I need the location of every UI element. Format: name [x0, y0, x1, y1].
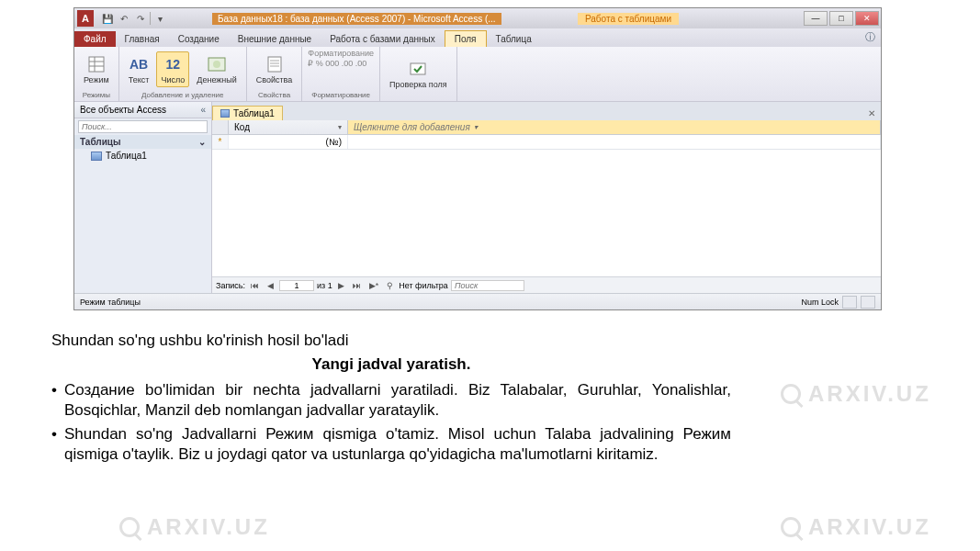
- numlock-indicator: Num Lock: [801, 298, 839, 307]
- table-icon: [91, 152, 102, 161]
- doc-bullet-2-text: Shundan so'ng Jadvallarni Режим qismiga …: [64, 424, 731, 465]
- help-icon[interactable]: ⓘ: [860, 28, 881, 47]
- tab-home[interactable]: Главная: [116, 31, 169, 47]
- tab-create[interactable]: Создание: [169, 31, 229, 47]
- properties-button[interactable]: Свойства: [253, 52, 297, 86]
- document-text: Shundan so'ng ushbu ko'rinish hosil bo'l…: [51, 331, 731, 469]
- doc-line-intro: Shundan so'ng ushbu ko'rinish hosil bo'l…: [51, 331, 731, 351]
- doc-tab-close-icon[interactable]: ✕: [862, 107, 881, 120]
- tab-database-tools[interactable]: Работа с базами данных: [321, 31, 445, 47]
- bullet-dot-icon: •: [51, 380, 64, 421]
- prev-record-button[interactable]: ◀: [265, 281, 276, 290]
- tab-fields[interactable]: Поля: [445, 30, 487, 47]
- number-field-label: Число: [161, 75, 185, 84]
- number-field-button[interactable]: 12 Число: [156, 51, 189, 87]
- ribbon-group-properties: Свойства Свойства: [247, 47, 303, 101]
- ribbon-group-formatting: Форматирование ₽ % 000 .00 .00 Форматиро…: [302, 47, 380, 101]
- table-icon: [220, 109, 230, 118]
- qat-dropdown-icon[interactable]: ▾: [152, 11, 167, 26]
- column-header-id[interactable]: Код ▾: [229, 120, 348, 134]
- save-icon[interactable]: 💾: [100, 11, 115, 26]
- nav-collapse-icon[interactable]: «: [200, 105, 206, 115]
- view-mode-label: Режим: [84, 75, 109, 84]
- nav-header[interactable]: Все объекты Access «: [74, 102, 211, 118]
- minimize-button[interactable]: —: [804, 11, 828, 26]
- text-field-label: Текст: [129, 75, 150, 84]
- number-format-buttons[interactable]: ₽ % 000 .00 .00: [308, 59, 374, 68]
- nav-search-input[interactable]: [78, 120, 208, 133]
- bullet-dot-icon: •: [51, 424, 64, 465]
- nav-item-table1[interactable]: Таблица1: [74, 149, 211, 163]
- doc-tab-label: Таблица1: [233, 108, 275, 118]
- record-search-input[interactable]: [451, 280, 524, 291]
- access-window: A 💾 ↶ ↷ ▾ База данных18 : база данных (A…: [73, 7, 882, 310]
- design-view-button[interactable]: [861, 296, 875, 309]
- cell-id-new[interactable]: (№): [229, 135, 348, 149]
- datasheet: Код ▾ Щелкните для добавления ▾ * (№): [212, 120, 881, 276]
- group-label-views: Режимы: [80, 91, 113, 99]
- tab-external-data[interactable]: Внешние данные: [229, 31, 321, 47]
- maximize-button[interactable]: □: [829, 11, 853, 26]
- nav-group-label: Таблицы: [80, 137, 121, 147]
- tab-table[interactable]: Таблица: [487, 31, 541, 47]
- select-all-cell[interactable]: [212, 120, 229, 134]
- datasheet-new-row[interactable]: * (№): [212, 135, 881, 150]
- next-record-button[interactable]: ▶: [335, 281, 347, 290]
- filter-status-label: Нет фильтра: [399, 281, 448, 290]
- watermark: ARXIV.UZ: [781, 514, 931, 540]
- datasheet-view-icon: [86, 54, 107, 74]
- nav-item-label: Таблица1: [106, 151, 147, 161]
- watermark: ARXIV.UZ: [119, 514, 270, 540]
- nav-group-tables[interactable]: Таблицы ⌄: [74, 135, 211, 149]
- watermark: ARXIV.UZ: [781, 381, 931, 407]
- ribbon-group-views: Режим Режимы: [74, 47, 119, 101]
- filter-icon[interactable]: ⚲: [384, 281, 396, 290]
- ribbon-body: Режим Режимы AB Текст 12 Число: [74, 47, 881, 102]
- quick-access-toolbar: 💾 ↶ ↷ ▾: [96, 11, 171, 26]
- svg-rect-10: [411, 63, 425, 74]
- main-area: Таблица1 ✕ Код ▾ Щелкните для добавления…: [212, 102, 881, 293]
- first-record-button[interactable]: ⏮: [248, 281, 262, 290]
- group-label-add-delete: Добавление и удаление: [125, 91, 241, 99]
- format-dropdown[interactable]: Форматирование: [308, 49, 374, 58]
- navigation-pane: Все объекты Access « Таблицы ⌄ Таблица1: [74, 102, 212, 293]
- field-validation-button[interactable]: Проверка поля: [386, 57, 451, 91]
- context-tab-title: Работа с таблицами: [578, 13, 679, 25]
- column-dropdown-icon[interactable]: ▾: [474, 123, 478, 131]
- tab-file[interactable]: Файл: [74, 31, 116, 47]
- close-button[interactable]: ✕: [855, 11, 879, 26]
- doc-bullet-2: • Shundan so'ng Jadvallarni Режим qismig…: [51, 424, 731, 465]
- view-mode-button[interactable]: Режим: [80, 52, 113, 86]
- status-view-label: Режим таблицы: [80, 298, 141, 307]
- undo-icon[interactable]: ↶: [117, 11, 131, 26]
- properties-label: Свойства: [256, 75, 293, 84]
- document-tabs: Таблица1 ✕: [212, 102, 881, 120]
- record-label: Запись:: [216, 281, 245, 290]
- currency-icon: [207, 54, 227, 74]
- text-field-button[interactable]: AB Текст: [125, 52, 153, 86]
- redo-icon[interactable]: ↷: [133, 11, 148, 26]
- chevron-down-icon: ⌄: [198, 137, 206, 147]
- nav-header-title: Все объекты Access: [80, 105, 166, 115]
- column-dropdown-icon[interactable]: ▾: [338, 123, 342, 131]
- new-record-button[interactable]: ▶*: [366, 281, 382, 290]
- currency-field-button[interactable]: Денежный: [193, 52, 240, 86]
- properties-icon: [265, 54, 285, 74]
- doc-bullet-1: • Создание bo'limidan bir nechta jadvall…: [51, 380, 731, 421]
- record-navigator: Запись: ⏮ ◀ из 1 ▶ ⏭ ▶* ⚲ Нет фильтра: [212, 276, 881, 293]
- window-title: База данных18 : база данных (Access 2007…: [212, 13, 501, 25]
- field-validation-label: Проверка поля: [389, 80, 447, 89]
- row-selector-new[interactable]: *: [212, 135, 229, 149]
- separator: [150, 12, 151, 25]
- doc-tab-table1[interactable]: Таблица1: [212, 106, 283, 120]
- ribbon-group-validation: Проверка поля: [380, 47, 457, 101]
- record-position-input[interactable]: [279, 280, 314, 291]
- titlebar: A 💾 ↶ ↷ ▾ База данных18 : база данных (A…: [74, 8, 881, 28]
- datasheet-view-button[interactable]: [842, 296, 857, 309]
- last-record-button[interactable]: ⏭: [350, 281, 364, 290]
- validation-icon: [408, 59, 428, 79]
- cell-value-new[interactable]: [348, 135, 881, 149]
- workspace: Все объекты Access « Таблицы ⌄ Таблица1 …: [74, 102, 881, 293]
- app-icon[interactable]: A: [77, 10, 94, 27]
- column-header-add[interactable]: Щелкните для добавления ▾: [348, 120, 881, 134]
